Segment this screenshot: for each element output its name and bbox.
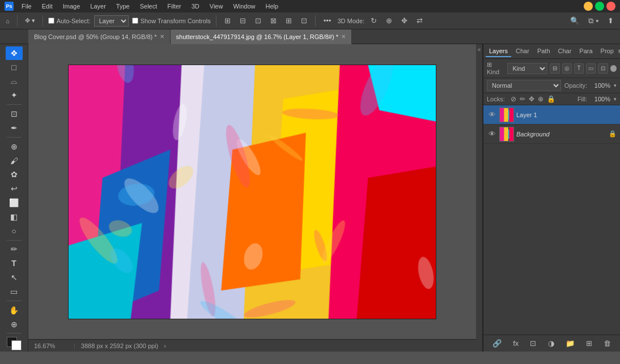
align-top-button[interactable]: ⊞	[283, 15, 295, 26]
lock-artboard-icon[interactable]: ⊕	[538, 95, 543, 103]
crop-tool[interactable]: ⊡	[6, 107, 23, 121]
layer1-visibility-eye[interactable]: 👁	[487, 110, 497, 119]
share-button[interactable]: ⬆	[605, 15, 617, 26]
tab-para[interactable]: Para	[576, 46, 596, 57]
hand-tool[interactable]: ✋	[6, 303, 23, 317]
layer-item-background[interactable]: 👁 Background 🔒	[483, 125, 620, 144]
show-transform-checkbox[interactable]	[132, 18, 138, 24]
eyedropper-tool[interactable]: ✒	[6, 121, 23, 135]
fx-button[interactable]: fx	[510, 338, 521, 349]
delete-layer-button[interactable]: 🗑	[601, 338, 614, 349]
close-tab-1[interactable]: ✕	[160, 33, 164, 40]
close-button[interactable]	[606, 2, 615, 11]
menu-file[interactable]: File	[17, 2, 36, 11]
filter-toggle[interactable]	[610, 65, 617, 72]
menu-select[interactable]: Select	[135, 2, 162, 11]
move-tool[interactable]: ✥	[6, 46, 23, 60]
auto-select-checkbox[interactable]	[48, 18, 54, 24]
panel-collapse-button[interactable]: «	[478, 46, 481, 53]
opacity-arrow[interactable]: ▾	[614, 83, 617, 88]
pen-tool[interactable]: ✏	[6, 243, 23, 256]
layer-item-layer1[interactable]: 👁 Layer 1	[483, 105, 620, 125]
fill-value[interactable]: 100%	[591, 96, 610, 102]
filter-text-icon[interactable]: T	[574, 63, 584, 74]
lasso-tool[interactable]: ⌓	[6, 75, 23, 88]
background-color[interactable]	[11, 340, 22, 350]
dodge-tool[interactable]: ○	[6, 224, 23, 238]
filter-smart-icon[interactable]: ⊡	[598, 63, 608, 74]
new-group-button[interactable]: 📁	[563, 338, 577, 349]
filter-adjustment-icon[interactable]: ◎	[562, 63, 572, 74]
zoom-tool[interactable]: ⊕	[6, 318, 23, 331]
eraser-tool[interactable]: ⬜	[6, 196, 23, 209]
tool-sep-4	[7, 301, 22, 301]
title-left: Ps File Edit Image Layer Type Select Fil…	[5, 2, 283, 11]
tab-blog-cover[interactable]: Blog Cover.psd @ 50% (Group 14, RGB/8) *…	[28, 29, 171, 44]
background-visibility-eye[interactable]: 👁	[487, 130, 497, 138]
color-boxes[interactable]	[7, 337, 22, 350]
shape-tool[interactable]: ▭	[6, 285, 23, 298]
tab-char[interactable]: Char	[512, 46, 533, 57]
tab-layers[interactable]: Layers	[486, 46, 511, 57]
align-center-button[interactable]: ⊟	[237, 15, 249, 26]
filter-shape-icon[interactable]: ▭	[586, 63, 596, 74]
3d-rotate-button[interactable]: ↻	[368, 15, 380, 26]
align-left-button[interactable]: ⊞	[222, 15, 233, 26]
lock-all-icon[interactable]: 🔒	[547, 95, 555, 103]
auto-select-label[interactable]: Auto-Select:	[48, 18, 91, 24]
blend-mode-select[interactable]: Normal Dissolve Multiply Screen Overlay	[487, 80, 561, 91]
tab-path[interactable]: Path	[534, 46, 554, 57]
3d-orbit-button[interactable]: ⊕	[383, 15, 395, 26]
align-right-button[interactable]: ⊡	[252, 15, 264, 26]
menu-edit[interactable]: Edit	[37, 2, 57, 11]
brush-tool[interactable]: 🖌	[6, 154, 23, 168]
menu-filter[interactable]: Filter	[163, 2, 185, 11]
minimize-button[interactable]	[584, 2, 593, 11]
3d-slide-button[interactable]: ⇄	[414, 15, 426, 26]
link-layers-button[interactable]: 🔗	[490, 338, 504, 349]
tab-char2[interactable]: Char	[555, 46, 575, 57]
menu-window[interactable]: Window	[228, 2, 260, 11]
lock-transparent-icon[interactable]: ⊘	[511, 95, 516, 103]
lock-image-icon[interactable]: ✏	[520, 95, 525, 103]
more-options-button[interactable]: •••	[321, 15, 334, 26]
distribute-button[interactable]: ⊠	[267, 15, 279, 26]
magic-wand-tool[interactable]: ✦	[6, 88, 23, 102]
lock-position-icon[interactable]: ✥	[529, 95, 534, 103]
status-arrow[interactable]: ›	[164, 342, 166, 349]
text-tool[interactable]: T	[6, 256, 23, 270]
home-button[interactable]: ⌂	[3, 16, 12, 25]
workspace-button[interactable]: ⧉ ▾	[585, 15, 601, 27]
search-button[interactable]: 🔍	[567, 15, 582, 26]
heal-tool[interactable]: ⊕	[6, 140, 23, 153]
menu-help[interactable]: Help	[261, 2, 283, 11]
history-brush-tool[interactable]: ↩	[6, 182, 23, 195]
auto-select-dropdown[interactable]: Layer Group	[94, 15, 129, 27]
move-tool-options[interactable]: ✥ ▾	[23, 16, 37, 25]
kind-select[interactable]: Kind Name Effect Mode Attribute Color	[507, 63, 547, 74]
clone-tool[interactable]: ✿	[6, 168, 23, 181]
gradient-tool[interactable]: ◧	[6, 210, 23, 224]
3d-pan-button[interactable]: ✥	[398, 15, 410, 26]
path-selection-tool[interactable]: ↖	[6, 271, 23, 284]
tab-prop[interactable]: Prop	[597, 46, 617, 57]
close-tab-2[interactable]: ✕	[341, 33, 346, 40]
marquee-tool[interactable]: □	[6, 61, 23, 74]
add-mask-button[interactable]: ⊡	[527, 338, 539, 349]
menu-view[interactable]: View	[205, 2, 228, 11]
menu-image[interactable]: Image	[58, 2, 85, 11]
menu-type[interactable]: Type	[112, 2, 134, 11]
tool-sep-2	[7, 137, 22, 138]
canvas-container[interactable]	[28, 44, 476, 339]
fill-arrow[interactable]: ▾	[614, 96, 617, 102]
new-layer-button[interactable]: ⊞	[583, 338, 595, 349]
new-fill-button[interactable]: ◑	[545, 338, 557, 349]
filter-pixel-icon[interactable]: ⊟	[550, 63, 559, 74]
menu-layer[interactable]: Layer	[86, 2, 111, 11]
opacity-value[interactable]: 100%	[591, 82, 610, 89]
maximize-button[interactable]	[595, 2, 604, 11]
menu-3d[interactable]: 3D	[187, 2, 204, 11]
show-transform-label[interactable]: Show Transform Controls	[132, 18, 211, 24]
tab-shutterstock[interactable]: shutterstock_447917914.jpg @ 16.7% (Laye…	[171, 29, 352, 44]
align-middle-button[interactable]: ⊡	[298, 15, 310, 26]
